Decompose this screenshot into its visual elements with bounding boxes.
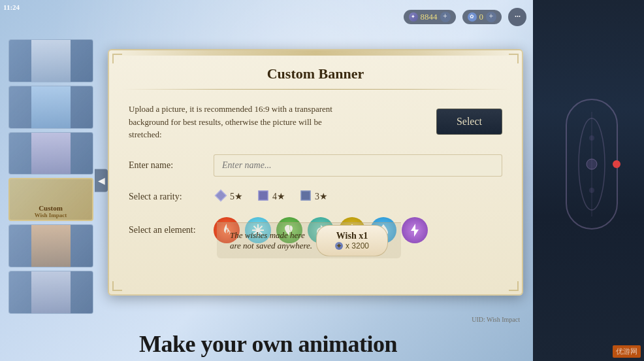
modal-container: Custom Banner Upload a picture, it is re… [108,49,523,296]
primogem-value: 8844 [421,12,438,22]
left-sidebar: Custom Wish Impact [0,0,101,314]
ornament-svg [569,105,615,223]
ornament-dot [613,160,620,168]
wish-label: Wish x1 [336,231,368,241]
svg-rect-7 [301,191,310,200]
add-fate-button[interactable]: + [486,12,496,22]
bottom-subtitle: Make your own animation [0,330,536,358]
rarity-options: 5★ 4★ [214,188,328,205]
name-input[interactable] [214,154,502,177]
rarity-4star-icon [256,188,270,205]
uid-text: UID: Wish Impact [472,316,520,323]
wish-cost-value: x 3200 [346,241,369,250]
char-figure-5 [31,224,71,267]
rarity-5star-label: 5★ [230,191,243,202]
right-panel-decor [549,82,634,279]
select-button[interactable]: Select [436,109,502,135]
rarity-3star-icon [298,188,313,205]
svg-point-4 [589,188,594,193]
active-label: Custom Wish Impact [10,204,92,218]
bottom-notice: The wishes made here are not saved anywh… [230,230,316,251]
bottom-bar: The wishes made here are not saved anywh… [217,222,401,258]
char-figure-1 [31,39,71,82]
modal-header-decor [109,50,522,56]
corner-bl [112,281,122,291]
add-primogem-button[interactable]: + [440,12,451,22]
rarity-4star-label: 4★ [272,191,285,202]
rarity-5star-icon [214,188,228,205]
fate-icon: ✿ [468,12,477,22]
fate-value: 0 [479,12,484,22]
svg-rect-6 [259,191,268,200]
name-label: Enter name: [129,160,214,171]
name-field-row: Enter name: [129,154,502,177]
element-label: Select an element: [129,225,214,235]
sidebar-char-3[interactable] [8,132,93,175]
rarity-3star-label: 3★ [315,191,328,202]
wish-cost: ✦ x 3200 [335,241,369,250]
rarity-3star[interactable]: 3★ [298,188,328,205]
char-figure-2 [31,86,71,129]
more-options-button[interactable]: ··· [508,8,526,26]
modal-title: Custom Banner [109,56,522,89]
corner-tl [112,54,122,63]
fate-badge: ✿ 0 + [462,10,502,24]
nav-arrow[interactable]: ◀ [95,169,108,192]
corner-tr [509,54,519,63]
svg-point-3 [589,135,594,141]
watermark: 优游网 [613,345,641,358]
ornament-inner [566,99,618,230]
corner-br [509,281,519,291]
char-figure-3 [31,132,71,175]
sidebar-char-custom[interactable]: Custom Wish Impact [8,178,93,221]
right-panel [533,0,644,361]
wish-button[interactable]: Wish x1 ✦ x 3200 [316,225,388,256]
sidebar-char-1[interactable] [8,39,93,82]
ornament [559,99,624,262]
rarity-5star[interactable]: 5★ [214,188,243,205]
primogem-badge: ✦ 8844 + [404,10,456,24]
wish-cost-icon: ✦ [335,242,343,250]
char-figure-6 [31,271,71,314]
upload-section: Upload a picture, it is recommended 16:9… [129,103,502,141]
upload-description: Upload a picture, it is recommended 16:9… [129,103,351,141]
element-electro-button[interactable] [402,217,428,243]
sidebar-char-2[interactable] [8,86,93,129]
sidebar-char-5[interactable] [8,224,93,267]
top-bar: ✦ 8844 + ✿ 0 + ··· [105,5,526,28]
rarity-4star[interactable]: 4★ [256,188,285,205]
sidebar-char-6[interactable] [8,271,93,314]
svg-point-2 [587,159,597,169]
svg-rect-5 [216,190,227,201]
rarity-section: Select a rarity: 5★ [129,188,502,205]
rarity-label: Select a rarity: [129,192,214,202]
primogem-icon: ✦ [409,12,418,22]
